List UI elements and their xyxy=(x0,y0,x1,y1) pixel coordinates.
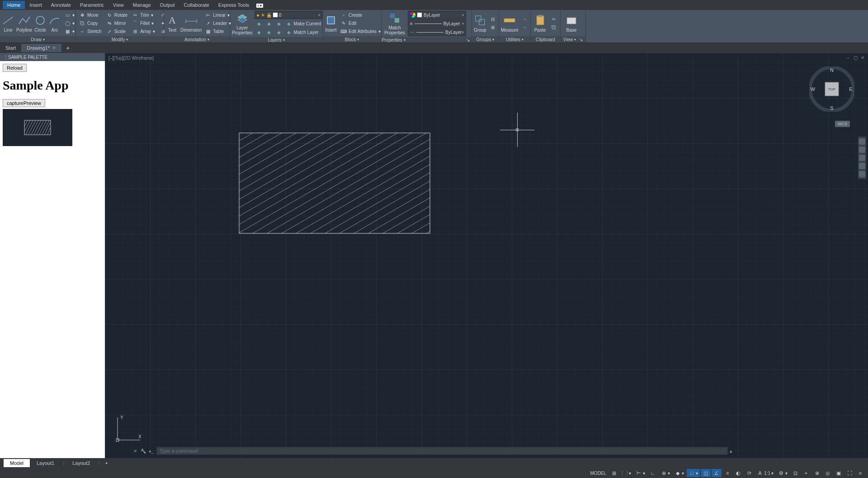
status-3dosnap-icon[interactable]: ◫ xyxy=(701,469,711,477)
command-input[interactable]: Type a command xyxy=(156,447,728,455)
layout2-tab[interactable]: Layout2 xyxy=(66,459,96,467)
layer-state-1[interactable]: ◆ xyxy=(255,19,264,28)
status-annoscale[interactable]: A1:1▾ xyxy=(755,469,775,477)
add-tab-button[interactable]: + xyxy=(61,43,74,53)
status-snap-icon[interactable]: ⋮⋮▾ xyxy=(620,469,633,477)
status-ortho-icon[interactable]: ∟ xyxy=(648,469,658,477)
arc-button[interactable]: Arc xyxy=(48,11,61,35)
wcs-badge[interactable]: WCS xyxy=(835,121,850,127)
match-layer-button[interactable]: ◆Match Layer xyxy=(284,28,320,36)
lineweight-dropdown[interactable]: ≡ByLayer ▾ xyxy=(408,19,466,28)
draw-extra-3[interactable]: ▦▾ xyxy=(63,27,76,35)
polyline-button[interactable]: Polyline xyxy=(16,11,32,35)
draw-extra-2[interactable]: ◯▾ xyxy=(63,19,76,27)
layer-dropdown[interactable]: ●☀🔓0 ▾ xyxy=(255,11,323,19)
drawing-canvas[interactable]: [–][Top][2D Wireframe] – ▢ ✕ xyxy=(105,53,868,458)
panel-title-annotation[interactable]: Annotation▾ xyxy=(164,36,230,43)
status-polar-icon[interactable]: ⊕▾ xyxy=(659,469,672,477)
menu-tab-express-tools[interactable]: Express Tools xyxy=(214,1,254,9)
util-extra-2[interactable]: ▫ xyxy=(520,23,529,31)
match-properties-button[interactable]: Match Properties xyxy=(383,11,406,36)
status-osnap-icon[interactable]: □▾ xyxy=(687,469,700,477)
menu-tab-home[interactable]: Home xyxy=(3,1,25,9)
layer-state-4[interactable]: ◆ xyxy=(255,28,264,36)
circle-button[interactable]: Circle xyxy=(34,11,47,35)
status-transparency-icon[interactable]: ◐ xyxy=(733,469,743,477)
dimension-button[interactable]: Dimension xyxy=(180,11,202,35)
status-units-icon[interactable]: ⊕ xyxy=(812,469,822,477)
cmd-expand-icon[interactable]: ▴ xyxy=(730,448,732,454)
layout1-tab[interactable]: Layout1 xyxy=(30,459,61,467)
util-extra-1[interactable]: ▫ xyxy=(520,15,529,23)
status-infer-icon[interactable]: ⊢▾ xyxy=(634,469,647,477)
cmd-wrench-icon[interactable]: 🔧 xyxy=(140,448,146,454)
cut-button[interactable]: ✂ xyxy=(549,15,558,23)
menu-tab-parametric[interactable]: Parametric xyxy=(75,1,108,9)
group-button[interactable]: Group xyxy=(474,11,486,35)
add-layout-button[interactable]: + xyxy=(101,459,111,467)
copy-button[interactable]: ⿻Copy xyxy=(78,19,103,27)
copy-clip-button[interactable]: ⿻ xyxy=(549,23,558,31)
status-gear-icon[interactable]: ⚙▾ xyxy=(776,469,789,477)
mirror-button[interactable]: ⇋Mirror xyxy=(105,19,129,27)
nav-zoom-icon[interactable] xyxy=(859,155,865,161)
status-otrack-icon[interactable]: ∠ xyxy=(712,469,722,477)
layer-properties-button[interactable]: Layer Properties xyxy=(232,12,253,35)
status-ws-icon[interactable]: ⊡ xyxy=(790,469,800,477)
stretch-button[interactable]: ↔Stretch xyxy=(78,27,103,35)
move-button[interactable]: ✥Move xyxy=(78,11,103,19)
group-extra-1[interactable]: ⊟ xyxy=(488,15,497,23)
status-cycling-icon[interactable]: ⟳ xyxy=(744,469,754,477)
panel-title-draw[interactable]: Draw▾ xyxy=(0,36,75,43)
layer-state-5[interactable]: ◆ xyxy=(264,28,274,36)
measure-button[interactable]: Measure xyxy=(501,11,519,35)
capture-preview-button[interactable]: capturePreview xyxy=(3,99,45,107)
status-cleanscreen-icon[interactable]: ⛶ xyxy=(844,469,854,477)
menu-tab-insert[interactable]: Insert xyxy=(25,1,47,9)
status-annomonitor-icon[interactable]: + xyxy=(801,469,811,477)
status-grid-icon[interactable]: ⊞ xyxy=(609,469,619,477)
panel-title-block[interactable]: Block▾ xyxy=(323,36,381,43)
close-viewport-icon[interactable]: ✕ xyxy=(860,55,865,60)
reload-button[interactable]: Reload xyxy=(3,64,27,72)
draw-extra-1[interactable]: ▭▾ xyxy=(63,11,76,19)
status-lwt-icon[interactable]: ≡ xyxy=(722,469,732,477)
status-model[interactable]: MODEL xyxy=(589,470,609,477)
ucs-icon[interactable]: Y X xyxy=(113,413,145,445)
array-button[interactable]: ⊞Array ▾ xyxy=(131,27,156,35)
menu-tab-featured[interactable]: ▪ ▾ xyxy=(254,1,266,9)
nav-showmotion-icon[interactable] xyxy=(859,171,865,177)
hatched-rectangle[interactable] xyxy=(239,133,430,234)
viewport-label[interactable]: [–][Top][2D Wireframe] xyxy=(108,56,154,61)
rotate-button[interactable]: ↻Rotate xyxy=(105,11,129,19)
menu-tab-manage[interactable]: Manage xyxy=(128,1,156,9)
base-button[interactable]: Base xyxy=(562,11,580,35)
group-extra-2[interactable]: ⊞ xyxy=(488,23,497,31)
linear-button[interactable]: ⊢Linear ▾ xyxy=(203,11,232,19)
edit-block-button[interactable]: ✎Edit xyxy=(339,19,382,27)
maximize-viewport-icon[interactable]: ▢ xyxy=(853,55,858,60)
nav-pan-icon[interactable] xyxy=(859,147,865,153)
scale-button[interactable]: ⤢Scale xyxy=(105,27,129,35)
paste-button[interactable]: Paste xyxy=(533,11,547,35)
make-current-button[interactable]: ◆Make Current xyxy=(284,19,323,28)
trim-button[interactable]: ✂Trim ▾ xyxy=(131,11,156,19)
layer-state-6[interactable]: ◆ xyxy=(274,28,283,36)
status-iso-icon[interactable]: ◆▾ xyxy=(673,469,686,477)
layer-state-2[interactable]: ◆ xyxy=(264,19,274,28)
line-button[interactable]: Line xyxy=(2,11,14,35)
panel-title-modify[interactable]: Modify▾ xyxy=(76,36,164,43)
color-dropdown[interactable]: ByLayer ▾ xyxy=(408,11,466,19)
viewcube[interactable]: TOP N S E W xyxy=(809,66,854,112)
edit-attributes-button[interactable]: ⌨Edit Attributes ▾ xyxy=(339,27,382,35)
menu-tab-output[interactable]: Output xyxy=(156,1,179,9)
drawing1-tab[interactable]: Drawing1*✕ xyxy=(21,44,61,52)
text-button[interactable]: A Text xyxy=(166,11,179,35)
minimize-viewport-icon[interactable]: – xyxy=(845,55,851,60)
insert-button[interactable]: Insert xyxy=(325,11,337,35)
panel-title-utilities[interactable]: Utilities▾ xyxy=(499,36,530,43)
layer-state-3[interactable]: ◆ xyxy=(274,19,283,28)
status-customize-icon[interactable]: ≡ xyxy=(855,469,865,477)
leader-button[interactable]: ↗Leader ▾ xyxy=(203,19,232,27)
table-button[interactable]: ▦Table xyxy=(203,27,232,35)
